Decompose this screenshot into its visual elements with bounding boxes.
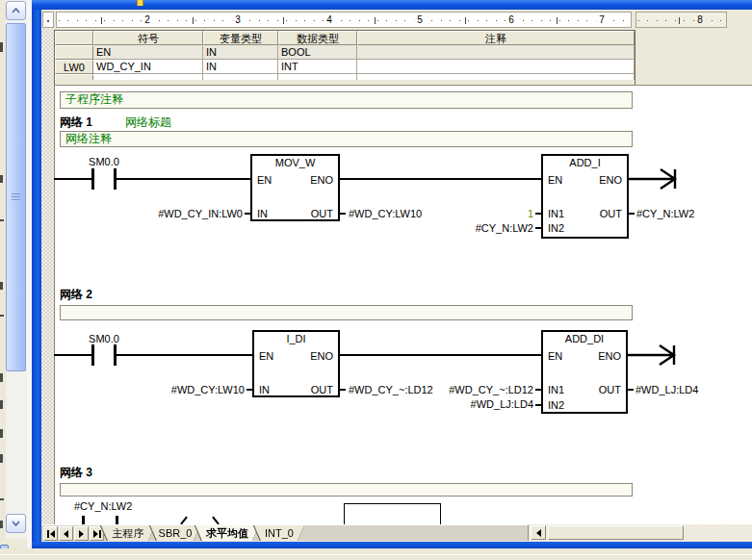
- operand-in2[interactable]: #WD_LJ:LD4: [437, 398, 533, 410]
- rung-wire: [340, 354, 541, 356]
- scrollbar-thumb[interactable]: [6, 23, 26, 371]
- operand-in[interactable]: #WD_CY:LW10: [148, 384, 245, 395]
- cell-symbol[interactable]: WD_CY_IN: [93, 60, 203, 74]
- tab-qiu-ping-jun-zhi[interactable]: 求平均值: [195, 525, 259, 541]
- pin-out: OUT: [311, 384, 333, 395]
- tab-scroll-next-button[interactable]: [74, 526, 89, 541]
- ruler-number: 7: [596, 13, 608, 26]
- ruler-number: 2: [142, 13, 153, 26]
- pin-stub: [628, 389, 634, 391]
- ladder-box-mov-w[interactable]: MOV_W EN ENO IN OUT: [250, 154, 340, 221]
- pin-eno: ENO: [599, 174, 622, 186]
- tab-scroll-prev-button[interactable]: [59, 526, 73, 541]
- rung-wire: [340, 178, 541, 180]
- ladder-box-add-i[interactable]: ADD_I EN ENO IN1 IN2 OUT: [541, 154, 629, 239]
- ladder-box-add-di[interactable]: ADD_DI EN ENO IN1 IN2 OUT: [541, 330, 628, 414]
- network-2-comment-box[interactable]: [60, 305, 633, 320]
- ruler-number: 8: [694, 13, 706, 26]
- row-header[interactable]: [55, 45, 93, 60]
- operand-out[interactable]: #WD_LJ:LD4: [635, 384, 698, 395]
- rung-wire: [54, 178, 91, 180]
- contact-symbol[interactable]: [116, 516, 118, 524]
- ladder-box-i-di[interactable]: I_DI EN ENO IN OUT: [252, 330, 340, 397]
- cell-comment[interactable]: [357, 60, 635, 74]
- pin-en: EN: [548, 350, 562, 362]
- network-2-label[interactable]: 网络 2: [60, 287, 92, 303]
- editor-left-margin: [41, 29, 54, 524]
- network-1-title[interactable]: 网络标题: [125, 115, 171, 131]
- cell-data-type[interactable]: BOOL: [278, 45, 357, 60]
- ladder-box-partial[interactable]: [344, 503, 441, 524]
- operand-in1[interactable]: #WD_CY_~:LD12: [433, 384, 533, 395]
- cell-comment[interactable]: [357, 45, 635, 60]
- pin-eno: ENO: [310, 174, 333, 186]
- horizontal-ruler-overflow: 8: [635, 12, 727, 28]
- scroll-down-button[interactable]: [6, 514, 26, 533]
- rung-wire: [117, 178, 250, 180]
- pin-eno: ENO: [310, 350, 333, 362]
- ruler-origin-cell: [42, 12, 54, 28]
- window-icon: [137, 0, 143, 6]
- network-3-comment-box[interactable]: [60, 483, 633, 496]
- pin-stub: [535, 389, 541, 391]
- operand-in1[interactable]: 1: [437, 208, 533, 219]
- next-tab-icon: [79, 530, 84, 538]
- pin-out: OUT: [600, 208, 622, 219]
- last-tab-icon: [93, 530, 101, 538]
- pin-out: OUT: [599, 384, 621, 395]
- box-title: I_DI: [254, 333, 338, 344]
- pin-in2: IN2: [548, 222, 564, 234]
- cell-data-type[interactable]: INT: [278, 60, 357, 74]
- contact-symbol[interactable]: [91, 168, 94, 190]
- operand-in2[interactable]: #CY_N:LW2: [437, 222, 533, 234]
- subroutine-comment-box[interactable]: 子程序注释: [60, 91, 633, 109]
- scroll-up-button[interactable]: [6, 1, 26, 20]
- tab-int-0[interactable]: INT_0: [254, 525, 304, 541]
- pin-stub: [340, 389, 346, 391]
- operand-out[interactable]: #WD_CY_~:LD12: [349, 384, 433, 395]
- contact-operand[interactable]: SM0.0: [80, 333, 128, 344]
- contact-operand[interactable]: SM0.0: [80, 156, 128, 167]
- horizontal-scrollbar-thumb[interactable]: [548, 525, 684, 540]
- tab-sbr-0[interactable]: SBR_0: [150, 525, 200, 541]
- row-header[interactable]: LW0: [55, 60, 93, 74]
- pin-in1: IN1: [548, 384, 564, 395]
- network-1-label[interactable]: 网络 1: [60, 115, 92, 131]
- column-header-data-type[interactable]: 数据类型: [278, 31, 357, 45]
- column-header-comment[interactable]: 注释: [357, 31, 635, 45]
- column-header-symbol[interactable]: 符号: [93, 31, 203, 45]
- cell-var-type[interactable]: IN: [203, 45, 278, 60]
- ruler-number: 3: [232, 13, 244, 26]
- pin-stub: [535, 227, 541, 229]
- arrow-left-icon: [536, 529, 541, 537]
- contact-symbol[interactable]: [82, 516, 85, 524]
- operand-out[interactable]: #WD_CY:LW10: [349, 208, 422, 219]
- cell-var-type[interactable]: IN: [203, 60, 278, 74]
- pin-eno: ENO: [598, 350, 621, 362]
- rung-wire: [117, 354, 252, 356]
- horizontal-ruler: 2 3 4 5 6 7: [56, 12, 632, 28]
- pin-en: EN: [548, 174, 562, 186]
- cell-symbol[interactable]: EN: [93, 45, 203, 60]
- window-border-left: [32, 10, 41, 542]
- scroll-left-button[interactable]: [531, 525, 546, 540]
- pin-in: IN: [259, 384, 270, 395]
- pin-in1: IN1: [548, 208, 564, 219]
- left-vertical-scrollbar[interactable]: [6, 0, 27, 539]
- column-header-var-type[interactable]: 变量类型: [203, 31, 278, 45]
- rung-wire: [54, 354, 91, 356]
- ruler-number: 4: [324, 13, 335, 26]
- chevron-down-icon: [12, 521, 20, 526]
- operand-out[interactable]: #CY_N:LW2: [636, 208, 694, 219]
- contact-operand[interactable]: #CY_N:LW2: [74, 500, 132, 512]
- contact-symbol[interactable]: [91, 344, 94, 366]
- divider: [0, 554, 752, 555]
- network-1-comment-box[interactable]: 网络注释: [60, 131, 633, 147]
- pou-tabs: 主程序 SBR_0 求平均值 INT_0: [106, 525, 304, 541]
- network-3-label[interactable]: 网络 3: [60, 465, 92, 481]
- plc-editor-window: 2 3 4 5 6 7 8 符号 变量类型 数据类型 注释 EN IN BOOL…: [0, 0, 752, 560]
- operand-in[interactable]: #WD_CY_IN:LW0: [146, 208, 243, 219]
- tab-scroll-first-button[interactable]: [43, 526, 58, 541]
- tab-main-program[interactable]: 主程序: [101, 525, 155, 541]
- window-border-bottom: [32, 542, 752, 548]
